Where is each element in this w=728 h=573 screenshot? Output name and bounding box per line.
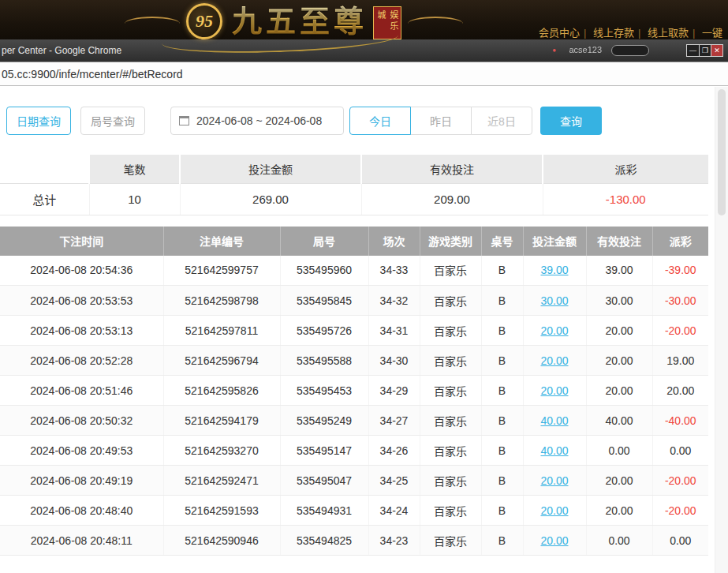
table-row: 2024-06-08 20:48:40521642591593535494931… bbox=[0, 496, 708, 526]
bet-amount-link[interactable]: 20.00 bbox=[540, 384, 568, 397]
round-number: 535495588 bbox=[280, 346, 368, 376]
order-number: 521642590946 bbox=[163, 526, 280, 556]
round-number: 535495147 bbox=[280, 436, 368, 466]
nav-separator: | bbox=[693, 27, 695, 39]
bet-amount: 20.00 bbox=[523, 526, 586, 556]
table-number: B bbox=[481, 376, 523, 406]
quick-range-group: 今日 昨日 近8日 bbox=[350, 107, 532, 135]
scrollbar-thumb[interactable] bbox=[718, 89, 726, 215]
table-number: B bbox=[481, 316, 523, 346]
order-number: 521642599757 bbox=[163, 256, 280, 286]
summary-count: 10 bbox=[89, 183, 180, 215]
bet-table-header-row: 下注时间 注单编号 局号 场次 游戏类别 桌号 投注金额 有效投注 派彩 bbox=[0, 227, 708, 256]
browser-urlbar[interactable]: 05.cc:9900/infe/mcenter/#/betRecord bbox=[0, 62, 728, 86]
valid-bet: 20.00 bbox=[586, 376, 652, 406]
payout: -20.00 bbox=[652, 466, 708, 496]
valid-bet: 40.00 bbox=[586, 406, 652, 436]
nav-online-deposit[interactable]: 线上存款 bbox=[593, 27, 634, 39]
session: 34-31 bbox=[368, 316, 420, 346]
vertical-scrollbar[interactable] bbox=[715, 87, 728, 573]
table-row: 2024-06-08 20:53:53521642598798535495845… bbox=[0, 286, 708, 316]
table-row: 2024-06-08 20:49:53521642593270535495147… bbox=[0, 436, 708, 466]
table-row: 2024-06-08 20:54:36521642599757535495960… bbox=[0, 256, 708, 286]
session: 34-25 bbox=[368, 466, 420, 496]
summary-bet-amount: 269.00 bbox=[180, 183, 361, 215]
bet-amount-link[interactable]: 20.00 bbox=[540, 354, 568, 367]
session: 34-27 bbox=[368, 406, 420, 436]
order-number: 521642597811 bbox=[163, 316, 280, 346]
logo-number: 95 bbox=[196, 11, 213, 32]
nav-online-withdraw[interactable]: 线上取款 bbox=[648, 27, 689, 39]
valid-bet: 20.00 bbox=[586, 316, 652, 346]
date-query-tab[interactable]: 日期查询 bbox=[6, 107, 71, 135]
window-controls: — ❐ ✕ bbox=[686, 44, 723, 57]
bet-amount: 20.00 bbox=[523, 466, 586, 496]
maximize-button[interactable]: ❐ bbox=[699, 45, 711, 56]
table-row: 2024-06-08 20:48:11521642590946535494825… bbox=[0, 526, 708, 556]
session: 34-29 bbox=[368, 376, 420, 406]
round-number: 535495047 bbox=[280, 466, 368, 496]
payout: 20.00 bbox=[652, 376, 708, 406]
bet-amount: 40.00 bbox=[523, 406, 586, 436]
payout: -39.00 bbox=[652, 256, 708, 286]
round-number: 535495845 bbox=[280, 286, 368, 316]
titlebar-pill-button[interactable] bbox=[611, 45, 649, 56]
payout: -40.00 bbox=[652, 406, 708, 436]
round-number: 535495726 bbox=[280, 316, 368, 346]
nav-member-center[interactable]: 会员中心 bbox=[539, 27, 580, 39]
bet-time: 2024-06-08 20:52:28 bbox=[0, 346, 163, 376]
session: 34-33 bbox=[368, 256, 420, 286]
quick-today-button[interactable]: 今日 bbox=[349, 107, 411, 135]
payout: 0.00 bbox=[652, 436, 708, 466]
bet-amount-link[interactable]: 39.00 bbox=[540, 264, 568, 276]
account-indicator-icon: ● bbox=[552, 47, 556, 54]
date-range-input[interactable]: 2024-06-08 ~ 2024-06-08 bbox=[170, 107, 344, 135]
bet-amount: 20.00 bbox=[523, 376, 586, 406]
bet-record-page: 日期查询 局号查询 2024-06-08 ~ 2024-06-08 今日 昨日 … bbox=[0, 87, 708, 556]
table-row: 2024-06-08 20:49:19521642592471535495047… bbox=[0, 466, 708, 496]
summary-table: 笔数 投注金额 有效投注 派彩 总计 10 269.00 209.00 -130… bbox=[0, 155, 708, 215]
quick-last8days-button[interactable]: 近8日 bbox=[471, 107, 532, 135]
table-number: B bbox=[481, 436, 523, 466]
summary-payout: -130.00 bbox=[543, 183, 708, 215]
bet-amount-link[interactable]: 40.00 bbox=[540, 444, 568, 457]
bet-amount-link[interactable]: 30.00 bbox=[540, 294, 568, 307]
bet-amount: 30.00 bbox=[523, 286, 586, 316]
col-session: 场次 bbox=[368, 227, 420, 256]
bet-amount-link[interactable]: 20.00 bbox=[540, 324, 568, 337]
bet-time: 2024-06-08 20:49:19 bbox=[0, 466, 163, 496]
bet-amount-link[interactable]: 20.00 bbox=[540, 474, 568, 487]
col-round-number: 局号 bbox=[280, 227, 368, 256]
casino-header: 95 九五至尊 娱乐城 会员中心| 线上存款| 线上取款| 一键 bbox=[0, 0, 728, 39]
table-row: 2024-06-08 20:50:32521642594179535495249… bbox=[0, 406, 708, 436]
col-payout: 派彩 bbox=[652, 227, 708, 256]
minimize-button[interactable]: — bbox=[687, 45, 699, 56]
summary-total-row: 总计 10 269.00 209.00 -130.00 bbox=[0, 183, 708, 215]
page: 95 九五至尊 娱乐城 会员中心| 线上存款| 线上取款| 一键 per Cen… bbox=[0, 0, 728, 573]
casino-logo: 95 九五至尊 娱乐城 bbox=[118, 2, 469, 41]
valid-bet: 39.00 bbox=[586, 256, 652, 286]
game-type: 百家乐 bbox=[420, 436, 481, 466]
search-button[interactable]: 查询 bbox=[540, 107, 602, 135]
game-type: 百家乐 bbox=[420, 286, 481, 316]
bet-time: 2024-06-08 20:53:13 bbox=[0, 316, 163, 346]
game-type: 百家乐 bbox=[420, 376, 481, 406]
game-type: 百家乐 bbox=[420, 406, 481, 436]
round-query-tab[interactable]: 局号查询 bbox=[80, 107, 145, 135]
col-order-number: 注单编号 bbox=[163, 227, 280, 256]
bet-amount-link[interactable]: 20.00 bbox=[540, 534, 568, 547]
bet-time: 2024-06-08 20:48:40 bbox=[0, 496, 163, 526]
bet-amount: 20.00 bbox=[523, 346, 586, 376]
bet-amount-link[interactable]: 20.00 bbox=[540, 504, 568, 517]
quick-yesterday-button[interactable]: 昨日 bbox=[410, 107, 472, 135]
table-row: 2024-06-08 20:51:46521642595826535495453… bbox=[0, 376, 708, 406]
bet-amount-link[interactable]: 40.00 bbox=[540, 414, 568, 427]
session: 34-32 bbox=[368, 286, 420, 316]
nav-one-key[interactable]: 一键 bbox=[702, 27, 722, 39]
summary-valid-bet: 209.00 bbox=[361, 183, 543, 215]
close-button[interactable]: ✕ bbox=[711, 45, 722, 56]
round-number: 535495960 bbox=[280, 256, 368, 286]
table-row: 2024-06-08 20:53:13521642597811535495726… bbox=[0, 316, 708, 346]
payout: -20.00 bbox=[652, 496, 708, 526]
col-table-number: 桌号 bbox=[481, 227, 523, 256]
